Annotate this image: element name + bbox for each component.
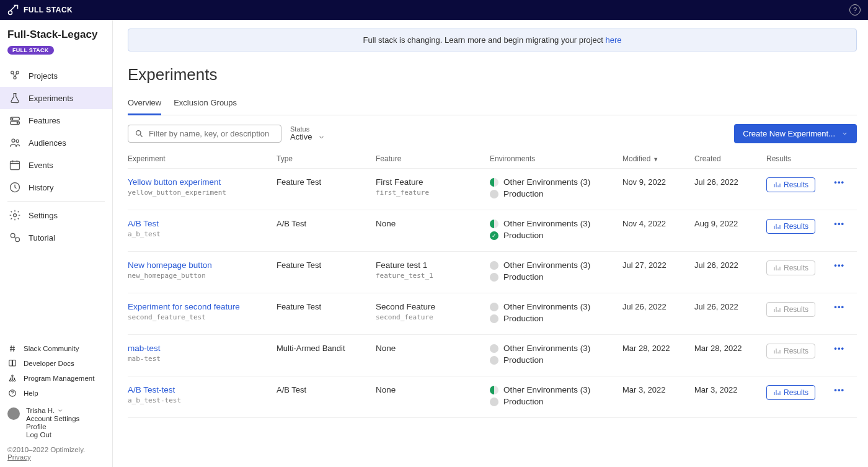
experiments-table: Experiment Type Feature Environments Mod… <box>128 149 857 418</box>
tutorial-icon <box>9 231 21 244</box>
results-button[interactable]: Results <box>766 385 815 400</box>
privacy-link[interactable]: Privacy <box>7 453 31 461</box>
experiment-name-link[interactable]: A/B Test-test <box>128 385 277 394</box>
tabs: Overview Exclusion Groups <box>128 93 857 115</box>
banner-link[interactable]: here <box>605 35 621 45</box>
env-row: Other Environments (3) <box>490 260 622 270</box>
env-status-icon <box>490 261 498 270</box>
footer-link-label: Help <box>24 389 38 397</box>
svg-point-20 <box>136 131 141 136</box>
modified-date: Nov 9, 2022 <box>622 177 694 187</box>
tab-overview[interactable]: Overview <box>128 93 161 115</box>
nav-item-history[interactable]: History <box>0 176 112 198</box>
svg-point-18 <box>14 380 15 381</box>
experiment-key: a_b_test <box>128 230 277 238</box>
nav-item-experiments[interactable]: Experiments <box>0 87 112 109</box>
experiment-type: A/B Test <box>277 219 376 228</box>
settings-icon <box>9 209 21 221</box>
nav-label: Settings <box>29 211 58 220</box>
results-button[interactable]: Results <box>766 219 815 234</box>
env-row: Production <box>490 397 622 406</box>
nav-item-audiences[interactable]: Audiences <box>0 131 112 154</box>
svg-point-6 <box>12 118 13 120</box>
experiment-name-link[interactable]: mab-test <box>128 344 277 353</box>
user-link-logout[interactable]: Log Out <box>26 431 79 438</box>
footer-link-program[interactable]: Program Management <box>7 371 105 386</box>
env-status-icon <box>490 178 498 187</box>
main-content: Full stack is changing. Learn more and b… <box>113 20 868 467</box>
experiment-name-link[interactable]: Experiment for second feature <box>128 302 277 311</box>
row-menu-icon[interactable]: ••• <box>834 177 844 187</box>
create-experiment-button[interactable]: Create New Experiment... <box>734 124 857 143</box>
search-box[interactable] <box>128 125 281 143</box>
row-menu-icon[interactable]: ••• <box>834 219 844 228</box>
experiment-name-link[interactable]: Yellow button experiment <box>128 177 277 187</box>
col-header-created[interactable]: Created <box>694 154 766 163</box>
nav-item-projects[interactable]: Projects <box>0 64 112 87</box>
env-row: Production <box>490 272 622 282</box>
page-title: Experiments <box>128 65 857 84</box>
nav-divider <box>7 201 105 202</box>
row-menu-icon[interactable]: ••• <box>834 260 844 270</box>
env-status-icon <box>490 356 498 365</box>
svg-point-2 <box>16 71 19 74</box>
experiment-name-link[interactable]: New homepage button <box>128 260 277 270</box>
env-status-icon <box>490 398 498 406</box>
col-header-modified[interactable]: Modified▼ <box>622 154 694 163</box>
col-header-feature[interactable]: Feature <box>376 154 490 163</box>
col-header-environments[interactable]: Environments <box>490 154 622 163</box>
row-menu-icon[interactable]: ••• <box>834 302 844 311</box>
sidebar-footer: Slack Community Developer Docs Program M… <box>0 336 112 467</box>
svg-point-12 <box>14 214 17 217</box>
table-row: A/B Test-test a_b_test-test A/B Test Non… <box>128 376 857 418</box>
feature-name: Second Feature <box>376 302 490 311</box>
nav-item-events[interactable]: Events <box>0 154 112 176</box>
table-row: Yellow button experiment yellow_button_e… <box>128 169 857 210</box>
col-header-results[interactable]: Results <box>766 154 822 163</box>
help-small-icon <box>7 388 17 398</box>
chart-icon <box>773 389 781 396</box>
col-header-type[interactable]: Type <box>277 154 376 163</box>
table-header: Experiment Type Feature Environments Mod… <box>128 149 857 169</box>
tab-exclusion-groups[interactable]: Exclusion Groups <box>174 93 237 115</box>
user-link-account[interactable]: Account Settings <box>26 415 79 422</box>
svg-point-9 <box>16 140 19 142</box>
chart-icon <box>773 223 781 230</box>
env-status-icon <box>490 190 498 198</box>
feature-key: second_feature <box>376 313 490 321</box>
user-menu-toggle[interactable]: Trisha H. <box>26 407 79 414</box>
nav-item-features[interactable]: Features <box>0 109 112 131</box>
row-menu-icon[interactable]: ••• <box>834 344 844 353</box>
svg-point-17 <box>12 380 13 381</box>
footer-link-slack[interactable]: Slack Community <box>7 341 105 356</box>
table-row: Experiment for second feature second_fea… <box>128 293 857 335</box>
help-icon[interactable]: ? <box>849 4 861 16</box>
created-date: Mar 28, 2022 <box>694 344 766 353</box>
copyright: ©2010–2022 Optimizely. Privacy <box>7 446 105 461</box>
audiences-icon <box>9 136 21 149</box>
footer-link-help[interactable]: Help <box>7 386 105 401</box>
table-row: mab-test mab-test Multi-Armed Bandit Non… <box>128 335 857 376</box>
env-status-icon <box>490 303 498 311</box>
create-button-label: Create New Experiment... <box>743 129 835 138</box>
chevron-down-icon <box>318 134 325 141</box>
results-button[interactable]: Results <box>766 177 815 192</box>
search-icon <box>135 129 144 138</box>
modified-date: Mar 28, 2022 <box>622 344 694 353</box>
nav-label: Events <box>29 161 53 170</box>
nav-item-settings[interactable]: Settings <box>0 204 112 226</box>
nav-label: Tutorial <box>29 233 55 242</box>
chevron-down-icon <box>841 130 848 137</box>
footer-link-label: Slack Community <box>24 345 79 352</box>
env-status-icon <box>490 314 498 323</box>
status-filter[interactable]: Status Active <box>290 125 325 143</box>
experiment-name-link[interactable]: A/B Test <box>128 219 277 228</box>
nav-item-tutorial[interactable]: Tutorial <box>0 226 112 249</box>
user-link-profile[interactable]: Profile <box>26 423 79 430</box>
env-row: Production <box>490 355 622 365</box>
avatar[interactable] <box>7 407 20 420</box>
row-menu-icon[interactable]: ••• <box>834 385 844 394</box>
col-header-experiment[interactable]: Experiment <box>128 154 277 163</box>
search-input[interactable] <box>149 129 275 138</box>
footer-link-docs[interactable]: Developer Docs <box>7 356 105 371</box>
